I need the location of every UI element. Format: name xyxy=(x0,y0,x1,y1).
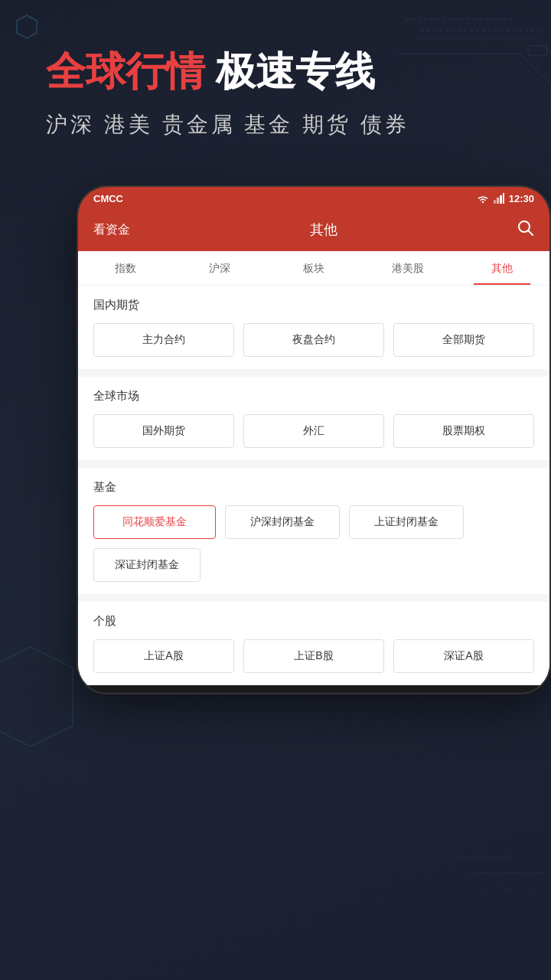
main-container: 全球行情 极速专线 沪深 港美 贵金属 基金 期货 债券 CMCC xyxy=(0,0,551,980)
section-domestic-futures-title: 国内期货 xyxy=(93,298,534,312)
header-center-label: 其他 xyxy=(310,220,337,239)
section-individual-stocks-title: 个股 xyxy=(93,614,534,629)
individual-stocks-buttons: 上证A股 上证B股 深证A股 xyxy=(93,639,534,673)
fund-buttons-row1: 同花顺爱基金 沪深封闭基金 上证封闭基金 xyxy=(93,505,534,539)
svg-rect-15 xyxy=(503,193,504,204)
tab-other[interactable]: 其他 xyxy=(455,251,549,285)
svg-rect-14 xyxy=(500,195,502,204)
app-header: 看资金 其他 xyxy=(78,211,549,251)
btn-shenhu-closed-fund[interactable]: 沪深封闭基金 xyxy=(225,505,340,539)
status-right-group: 12:30 xyxy=(477,193,534,204)
btn-forex[interactable]: 外汇 xyxy=(243,414,384,448)
btn-night-contract[interactable]: 夜盘合约 xyxy=(243,323,384,357)
status-bar: CMCC 12:30 xyxy=(78,187,549,211)
time-text: 12:30 xyxy=(509,193,534,204)
section-fund: 基金 同花顺爱基金 沪深封闭基金 上证封闭基金 深证封闭基金 xyxy=(78,468,549,594)
domestic-futures-buttons: 主力合约 夜盘合约 全部期货 xyxy=(93,323,534,357)
carrier-text: CMCC xyxy=(93,193,123,204)
svg-marker-1 xyxy=(0,647,73,746)
tab-indices[interactable]: 指数 xyxy=(78,251,172,285)
fund-buttons-row2: 深证封闭基金 xyxy=(93,548,534,582)
banner-section: 全球行情 极速专线 沪深 港美 贵金属 基金 期货 债券 xyxy=(0,0,551,170)
banner-title-highlight: 全球行情 xyxy=(46,49,205,93)
section-fund-title: 基金 xyxy=(93,480,534,495)
btn-shanghai-closed-fund[interactable]: 上证封闭基金 xyxy=(349,505,464,539)
signal-icon xyxy=(494,193,504,204)
btn-all-futures[interactable]: 全部期货 xyxy=(393,323,534,357)
banner-subtitle: 沪深 港美 贵金属 基金 期货 债券 xyxy=(46,110,505,139)
tab-hk-us[interactable]: 港美股 xyxy=(361,251,455,285)
banner-title-normal: 极速专线 xyxy=(205,49,375,93)
svg-rect-13 xyxy=(497,198,499,204)
btn-stock-options[interactable]: 股票期权 xyxy=(393,414,534,448)
section-individual-stocks: 个股 上证A股 上证B股 深证A股 xyxy=(78,602,549,685)
banner-title: 全球行情 极速专线 xyxy=(46,46,505,98)
header-left-label[interactable]: 看资金 xyxy=(93,222,130,238)
btn-shanghai-a[interactable]: 上证A股 xyxy=(93,639,234,673)
phone-mockup: CMCC 12:30 xyxy=(77,185,551,694)
hex-decor-left xyxy=(0,643,77,750)
section-global-market: 全球市场 国外期货 外汇 股票期权 xyxy=(78,377,549,460)
section-global-market-title: 全球市场 xyxy=(93,389,534,403)
svg-line-17 xyxy=(528,230,533,235)
search-icon[interactable] xyxy=(517,220,534,240)
btn-main-contract[interactable]: 主力合约 xyxy=(93,323,234,357)
content-area: 国内期货 主力合约 夜盘合约 全部期货 全球市场 国外期货 外汇 股票期权 xyxy=(78,286,549,685)
tabs-bar: 指数 沪深 板块 港美股 其他 xyxy=(78,251,549,286)
deco-lines-bottom-right xyxy=(452,842,543,903)
btn-overseas-futures[interactable]: 国外期货 xyxy=(93,414,234,448)
btn-shanghai-b[interactable]: 上证B股 xyxy=(243,639,384,673)
section-domestic-futures: 国内期货 主力合约 夜盘合约 全部期货 xyxy=(78,286,549,369)
wifi-icon xyxy=(477,193,489,204)
svg-rect-12 xyxy=(494,200,496,204)
btn-tonghuan-fund[interactable]: 同花顺爱基金 xyxy=(93,505,216,539)
phone-screen: CMCC 12:30 xyxy=(77,185,551,694)
btn-shenzhen-closed-fund[interactable]: 深证封闭基金 xyxy=(93,548,201,582)
btn-shenzhen-a[interactable]: 深证A股 xyxy=(393,639,534,673)
global-market-buttons: 国外期货 外汇 股票期权 xyxy=(93,414,534,448)
tab-shenzhen[interactable]: 沪深 xyxy=(172,251,266,285)
tab-sector[interactable]: 板块 xyxy=(266,251,360,285)
